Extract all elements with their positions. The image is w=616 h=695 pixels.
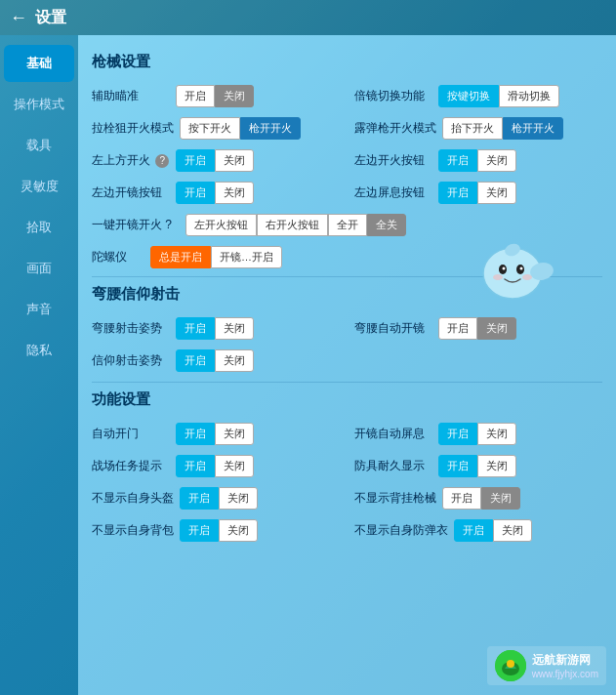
scope-breath-toggle[interactable]: 开启 关闭 bbox=[438, 423, 516, 445]
armor-dur-on[interactable]: 开启 bbox=[438, 455, 477, 477]
top-bar: ← 设置 bbox=[0, 0, 616, 35]
mascot bbox=[475, 236, 554, 305]
scope-key-switch[interactable]: 按键切换 bbox=[438, 85, 499, 107]
left-scope-btn-on[interactable]: 开启 bbox=[176, 182, 215, 204]
hide-helmet-toggle[interactable]: 开启 关闭 bbox=[180, 487, 258, 510]
scope-breath-label: 开镜自动屏息 bbox=[354, 426, 432, 442]
hide-bag-row: 不显示自身背包 开启 关闭 bbox=[92, 519, 341, 542]
crouch-auto-scope-label: 弯腰自动开镜 bbox=[354, 320, 432, 337]
shotgun-fire-toggle[interactable]: 抬下开火 枪开开火 bbox=[442, 117, 563, 140]
shotgun-open[interactable]: 枪开开火 bbox=[503, 117, 563, 140]
onekey-scope-label: 一键开镜开火 ? bbox=[92, 217, 180, 233]
upper-left-fire-on[interactable]: 开启 bbox=[176, 149, 215, 172]
left-breath-btn-off[interactable]: 关闭 bbox=[477, 182, 516, 204]
crouch-auto-scope-row: 弯腰自动开镜 开启 关闭 bbox=[354, 317, 603, 340]
sidebar-item-sensitivity[interactable]: 灵敏度 bbox=[4, 168, 74, 205]
scope-breath-on[interactable]: 开启 bbox=[438, 423, 477, 445]
upper-left-fire-off[interactable]: 关闭 bbox=[215, 149, 254, 172]
crouch-pose-row: 弯腰射击姿势 开启 关闭 bbox=[92, 317, 341, 340]
left-fire-btn-label: 左边开火按钮 bbox=[354, 152, 432, 169]
hide-bag-off[interactable]: 关闭 bbox=[219, 519, 258, 542]
hide-back-gun-toggle[interactable]: 开启 关闭 bbox=[442, 487, 520, 510]
hide-vest-toggle[interactable]: 开启 关闭 bbox=[454, 519, 532, 542]
left-fire-btn-on[interactable]: 开启 bbox=[438, 149, 477, 172]
hide-helmet-off[interactable]: 关闭 bbox=[219, 487, 258, 510]
onekey-all-close[interactable]: 全关 bbox=[367, 214, 406, 236]
auto-door-on[interactable]: 开启 bbox=[176, 423, 215, 445]
function-row-2: 战场任务提示 开启 关闭 防具耐久显示 开启 关闭 bbox=[92, 455, 602, 477]
scope-breath-off[interactable]: 关闭 bbox=[477, 423, 516, 445]
hide-bag-toggle[interactable]: 开启 关闭 bbox=[180, 519, 258, 542]
crouch-pose-off[interactable]: 关闭 bbox=[215, 317, 254, 340]
onekey-right-fire[interactable]: 右开火按钮 bbox=[257, 214, 328, 236]
assist-aim-on[interactable]: 开启 bbox=[176, 85, 215, 107]
back-button[interactable]: ← bbox=[10, 8, 27, 28]
gun-section-title: 枪械设置 bbox=[92, 53, 602, 75]
hide-vest-on[interactable]: 开启 bbox=[454, 519, 493, 542]
left-scope-btn-off[interactable]: 关闭 bbox=[215, 182, 254, 204]
scope-switch-label: 倍镜切换功能 bbox=[354, 88, 432, 104]
battle-task-label: 战场任务提示 bbox=[92, 458, 170, 474]
onekey-left-fire[interactable]: 左开火按钮 bbox=[185, 214, 257, 236]
sidebar-item-vehicle[interactable]: 载具 bbox=[4, 127, 74, 164]
bolt-open-fire[interactable]: 枪开开火 bbox=[240, 117, 301, 140]
sidebar-item-pickup[interactable]: 拾取 bbox=[4, 209, 74, 246]
left-breath-btn-on[interactable]: 开启 bbox=[438, 182, 477, 204]
faith-shoot-off[interactable]: 关闭 bbox=[215, 349, 254, 372]
left-breath-btn-toggle[interactable]: 开启 关闭 bbox=[438, 182, 516, 204]
scope-switch-toggle[interactable]: 按键切换 滑动切换 bbox=[438, 85, 559, 107]
assist-aim-row: 辅助瞄准 开启 关闭 bbox=[92, 85, 341, 107]
crouch-pose-toggle[interactable]: 开启 关闭 bbox=[176, 317, 254, 340]
crouch-auto-scope-off[interactable]: 关闭 bbox=[477, 317, 516, 340]
watermark: 远航新游网 www.fjyhjx.com bbox=[487, 646, 606, 685]
bolt-press-fire[interactable]: 按下开火 bbox=[180, 117, 240, 140]
armor-dur-toggle[interactable]: 开启 关闭 bbox=[438, 455, 516, 477]
gyro-scope-on[interactable]: 开镜…开启 bbox=[211, 246, 282, 268]
bolt-fire-row: 拉栓狙开火模式 按下开火 枪开开火 bbox=[92, 117, 341, 140]
gyro-always-on[interactable]: 总是开启 bbox=[150, 246, 211, 268]
bolt-fire-toggle[interactable]: 按下开火 枪开开火 bbox=[180, 117, 301, 140]
armor-dur-off[interactable]: 关闭 bbox=[477, 455, 516, 477]
onekey-scope-toggle[interactable]: 左开火按钮 右开火按钮 全开 全关 bbox=[185, 214, 406, 236]
shotgun-press[interactable]: 抬下开火 bbox=[442, 117, 503, 140]
svg-point-8 bbox=[522, 274, 532, 280]
onekey-all-open[interactable]: 全开 bbox=[328, 214, 367, 236]
gun-row-1: 辅助瞄准 开启 关闭 倍镜切换功能 按键切换 滑动切换 bbox=[92, 85, 602, 107]
sidebar-item-privacy[interactable]: 隐私 bbox=[4, 332, 74, 369]
sidebar-item-basic[interactable]: 基础 bbox=[4, 45, 74, 82]
sidebar: 基础操作模式载具灵敏度拾取画面声音隐私 bbox=[0, 35, 78, 695]
hide-helmet-on[interactable]: 开启 bbox=[180, 487, 219, 510]
function-row-3: 不显示自身头盔 开启 关闭 不显示背挂枪械 开启 关闭 bbox=[92, 487, 602, 510]
battle-task-toggle[interactable]: 开启 关闭 bbox=[176, 455, 254, 477]
hide-bag-on[interactable]: 开启 bbox=[180, 519, 219, 542]
sidebar-item-operations[interactable]: 操作模式 bbox=[4, 86, 74, 123]
faith-shoot-on[interactable]: 开启 bbox=[176, 349, 215, 372]
scope-slide-switch[interactable]: 滑动切换 bbox=[499, 85, 559, 107]
auto-door-row: 自动开门 开启 关闭 bbox=[92, 423, 341, 445]
crouch-auto-scope-on[interactable]: 开启 bbox=[438, 317, 477, 340]
sidebar-item-screen[interactable]: 画面 bbox=[4, 250, 74, 287]
crouch-auto-scope-toggle[interactable]: 开启 关闭 bbox=[438, 317, 516, 340]
left-scope-btn-toggle[interactable]: 开启 关闭 bbox=[176, 182, 254, 204]
faith-shoot-toggle[interactable]: 开启 关闭 bbox=[176, 349, 254, 372]
left-fire-btn-off[interactable]: 关闭 bbox=[477, 149, 516, 172]
crouch-pose-on[interactable]: 开启 bbox=[176, 317, 215, 340]
left-fire-btn-toggle[interactable]: 开启 关闭 bbox=[438, 149, 516, 172]
upper-left-fire-toggle[interactable]: 开启 关闭 bbox=[176, 149, 254, 172]
empty-cell bbox=[354, 349, 603, 372]
upper-left-fire-help[interactable]: ? bbox=[155, 154, 169, 168]
hide-vest-off[interactable]: 关闭 bbox=[493, 519, 532, 542]
battle-task-off[interactable]: 关闭 bbox=[215, 455, 254, 477]
gyro-toggle[interactable]: 总是开启 开镜…开启 bbox=[150, 246, 282, 268]
sidebar-item-sound[interactable]: 声音 bbox=[4, 291, 74, 328]
auto-door-toggle[interactable]: 开启 关闭 bbox=[176, 423, 254, 445]
hide-back-gun-on[interactable]: 开启 bbox=[442, 487, 481, 510]
onekey-scope-help[interactable]: ? bbox=[165, 218, 172, 231]
left-breath-btn-row: 左边屏息按钮 开启 关闭 bbox=[354, 182, 603, 204]
hide-back-gun-off[interactable]: 关闭 bbox=[481, 487, 520, 510]
auto-door-off[interactable]: 关闭 bbox=[215, 423, 254, 445]
svg-point-4 bbox=[503, 267, 506, 270]
battle-task-on[interactable]: 开启 bbox=[176, 455, 215, 477]
assist-aim-toggle[interactable]: 开启 关闭 bbox=[176, 85, 254, 107]
assist-aim-off[interactable]: 关闭 bbox=[215, 85, 254, 107]
